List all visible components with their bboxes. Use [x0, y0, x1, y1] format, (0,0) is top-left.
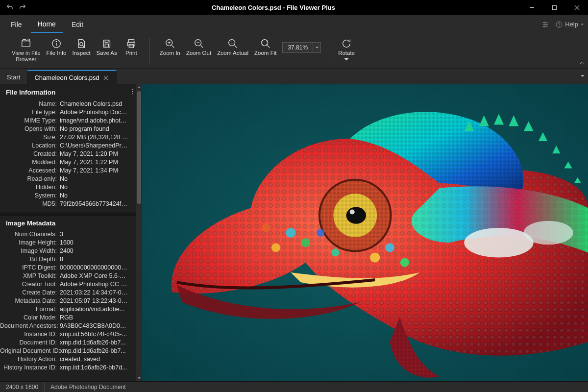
window-title: Chameleon Colors.psd - File Viewer Plus: [26, 4, 520, 11]
scroll-up-button[interactable]: [136, 84, 142, 90]
help-menu[interactable]: Help: [555, 21, 584, 28]
info-row: Name:Chameleon Colors.psd: [0, 99, 133, 108]
menu-home[interactable]: Home: [31, 16, 63, 33]
scroll-down-button[interactable]: [136, 375, 142, 381]
close-button[interactable]: [565, 0, 588, 15]
status-doctype: Adobe Photoshop Document: [45, 382, 131, 392]
info-row: XMP Toolkit:Adobe XMP Core 5.6-c1...: [0, 271, 133, 280]
zoom-out-button[interactable]: Zoom Out: [183, 37, 214, 57]
svg-rect-1: [552, 5, 556, 9]
tab-document[interactable]: Chameleon Colors.psd: [27, 70, 116, 84]
info-row: Creator Tool:Adobe Photoshop CC 2...: [0, 280, 133, 288]
info-key: Bit Depth:: [0, 256, 60, 263]
info-value: 2021:03:22 14:34:07-05:...: [60, 289, 128, 296]
file-information-header: File Information: [0, 84, 142, 99]
menu-file[interactable]: File: [4, 16, 29, 32]
print-button[interactable]: Print: [120, 37, 143, 57]
inspect-icon: [76, 38, 87, 49]
info-key: History Instance ID:: [0, 364, 60, 371]
info-row: Document Ancestors:9A3B0C483CB8A0D0B0...: [0, 321, 133, 330]
tab-start[interactable]: Start: [0, 70, 27, 84]
save-icon: [101, 38, 112, 49]
save-as-button[interactable]: Save As: [94, 37, 120, 57]
svg-point-60: [370, 252, 380, 262]
info-key: Original Document ID:: [0, 347, 60, 354]
svg-point-56: [317, 229, 324, 237]
svg-point-16: [80, 43, 83, 46]
info-key: Created:: [0, 150, 60, 157]
svg-point-51: [350, 209, 355, 214]
minimize-button[interactable]: [520, 0, 543, 15]
info-key: Create Date:: [0, 289, 60, 296]
menu-bar: File Home Edit Help: [0, 15, 588, 34]
info-row: File type:Adobe Photoshop Document (....: [0, 108, 133, 116]
close-tab-button[interactable]: [103, 74, 109, 80]
inspect-button[interactable]: Inspect: [70, 37, 94, 57]
svg-point-15: [56, 41, 56, 42]
info-value: 79f2b954566b773424f4e7e247c...: [60, 200, 128, 207]
info-value: Adobe XMP Core 5.6-c1...: [60, 272, 128, 279]
info-value: Adobe Photoshop CC 2...: [60, 281, 128, 288]
svg-point-50: [346, 207, 366, 223]
info-row: Accessed:May 7, 2021 1:34 PM: [0, 166, 133, 174]
zoom-actual-button[interactable]: 1 Zoom Actual: [214, 37, 251, 57]
panel-scrollbar[interactable]: [136, 84, 142, 381]
info-row: Location:C:\Users\SharpenedProductio...: [0, 141, 133, 149]
folder-icon: [21, 38, 31, 49]
info-value: RGB: [60, 314, 73, 321]
svg-point-58: [331, 248, 339, 256]
svg-point-45: [524, 221, 573, 245]
rotate-icon: [341, 38, 352, 49]
zoom-in-icon: [165, 38, 175, 49]
file-info-button[interactable]: File Info: [44, 37, 70, 57]
info-value: Chameleon Colors.psd: [60, 100, 122, 107]
collapse-ribbon-button[interactable]: [579, 60, 585, 67]
chevron-up-icon: [579, 60, 585, 66]
panel-more-button[interactable]: [129, 88, 136, 97]
undo-icon[interactable]: [6, 3, 14, 11]
ribbon-toolbar: View in File Browser File Info Inspect S…: [0, 34, 588, 69]
zoom-actual-icon: 1: [227, 38, 238, 49]
document-tabs: Start Chameleon Colors.psd: [0, 69, 588, 84]
more-vertical-icon: [129, 88, 136, 95]
svg-point-39: [132, 93, 133, 94]
maximize-button[interactable]: [543, 0, 565, 15]
info-row: Hidden:No: [0, 183, 133, 191]
file-information-list: Name:Chameleon Colors.psdFile type:Adobe…: [0, 99, 142, 213]
info-value: May 7, 2021 1:34 PM: [60, 167, 118, 174]
info-value: 3: [60, 231, 63, 238]
svg-line-34: [267, 46, 270, 48]
rotate-button[interactable]: Rotate: [335, 37, 358, 63]
chevron-down-icon: [580, 74, 585, 78]
info-row: Read-only:No: [0, 174, 133, 183]
info-row: Image Width:2400: [0, 246, 133, 255]
zoom-in-button[interactable]: Zoom In: [157, 37, 183, 57]
menu-edit[interactable]: Edit: [65, 16, 90, 32]
info-key: System:: [0, 192, 60, 199]
redo-icon[interactable]: [19, 3, 26, 11]
tabs-overflow-button[interactable]: [580, 73, 585, 80]
svg-line-28: [200, 46, 203, 48]
svg-line-31: [235, 46, 237, 48]
print-icon: [126, 38, 137, 49]
settings-icon[interactable]: [541, 21, 549, 28]
info-row: Document ID:xmp.did:1d6afb26-bb7...: [0, 338, 133, 346]
info-key: Location:: [0, 142, 60, 149]
svg-point-11: [559, 25, 560, 26]
info-value: 2021:05:07 13:22:43-05:...: [60, 297, 128, 304]
info-row: History Instance ID:xmp.iid:1d6afb26-bb7…: [0, 363, 133, 371]
info-value: May 7, 2021 1:22 PM: [60, 159, 118, 166]
svg-point-53: [286, 228, 295, 238]
info-row: IPTC Digest:00000000000000000000000...: [0, 263, 133, 271]
info-value: 00000000000000000000000...: [60, 264, 128, 271]
scrollbar-thumb[interactable]: [137, 91, 141, 204]
view-in-file-browser-button[interactable]: View in File Browser: [9, 37, 44, 64]
info-key: Creator Tool:: [0, 281, 60, 288]
zoom-fit-button[interactable]: Zoom Fit: [251, 37, 279, 57]
image-viewport[interactable]: [142, 84, 588, 381]
info-key: Instance ID:: [0, 331, 60, 338]
svg-point-54: [301, 238, 310, 247]
info-value: 27.02 MB (28,328,128 bytes): [60, 134, 128, 141]
info-row: Modified:May 7, 2021 1:22 PM: [0, 158, 133, 166]
zoom-level-dropdown[interactable]: 37.81%: [282, 42, 321, 53]
